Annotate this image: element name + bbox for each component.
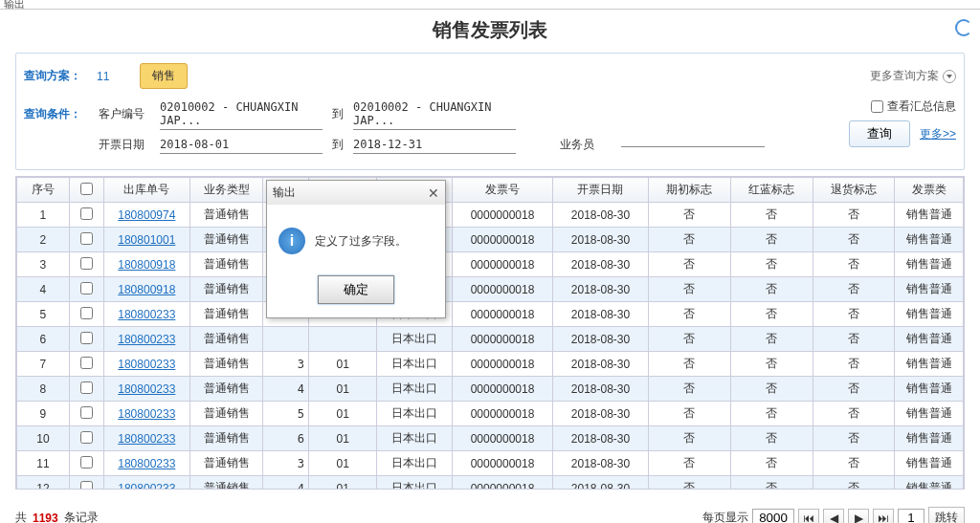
more-scheme-link[interactable]: 更多查询方案 [870,68,956,84]
table-cell: 否 [730,252,813,277]
table-cell: 01 [308,402,376,426]
table-row[interactable]: 11180800233普通销售301日本出口00000000182018-08-… [17,451,964,476]
table-cell[interactable]: 180800918 [103,252,190,277]
close-icon[interactable]: ✕ [428,185,439,201]
summary-checkbox-wrap[interactable]: 查看汇总信息 [871,98,956,115]
table-cell: 否 [813,377,895,402]
table-cell[interactable]: 180800918 [103,277,190,302]
grid-header-cell[interactable]: 序号 [17,178,70,203]
row-checkbox[interactable] [80,332,93,344]
table-cell: 销售普通 [895,203,964,228]
table-cell[interactable] [69,426,103,451]
table-cell[interactable] [69,302,103,327]
row-checkbox[interactable] [80,481,93,490]
grid-header-cell[interactable]: 发票号 [453,178,553,203]
row-checkbox[interactable] [80,456,93,469]
table-cell: 销售普通 [895,352,964,377]
table-cell: 0000000018 [453,302,553,327]
table-cell: 4 [17,277,70,302]
table-cell[interactable] [69,327,103,352]
ok-button[interactable]: 确定 [318,275,394,304]
grid-header-cell[interactable]: 退货标志 [813,178,895,203]
table-row[interactable]: 3180800918普通销售日本出口00000000182018-08-30否否… [17,252,964,277]
table-cell[interactable] [69,451,103,476]
more-link[interactable]: 更多>> [920,126,956,142]
table-cell[interactable]: 180800233 [103,302,190,327]
search-button[interactable]: 查询 [849,120,910,147]
goto-page-input[interactable] [898,509,924,523]
customer-to-input[interactable]: 02010002 - CHUANGXIN JAP... [353,98,516,130]
table-cell[interactable] [69,352,103,377]
table-cell[interactable]: 180800233 [103,352,190,377]
table-row[interactable]: 4180800918普通销售日本出口00000000182018-08-30否否… [17,277,964,302]
table-row[interactable]: 6180800233普通销售日本出口00000000182018-08-30否否… [17,327,964,352]
date-to-input[interactable]: 2018-12-31 [353,136,516,154]
table-cell[interactable]: 180800233 [103,451,190,476]
select-all-checkbox[interactable] [80,183,93,195]
nav-next-button[interactable]: ▶ [848,509,869,524]
row-checkbox[interactable] [80,406,93,419]
table-cell: 0000000018 [453,252,553,277]
table-cell: 销售普通 [895,228,964,252]
per-page-input[interactable] [752,509,794,523]
table-cell[interactable] [69,203,103,228]
table-cell[interactable]: 180801001 [103,228,190,252]
table-row[interactable]: 9180800233普通销售501日本出口00000000182018-08-3… [17,402,964,426]
table-cell[interactable] [69,476,103,490]
table-cell[interactable] [69,377,103,402]
table-cell: 普通销售 [190,228,263,252]
sales-input[interactable] [621,142,765,147]
grid-header-cell[interactable]: 红蓝标志 [730,178,813,203]
grid-header-cell[interactable]: 开票日期 [552,178,648,203]
date-from-input[interactable]: 2018-08-01 [160,136,323,154]
refresh-icon[interactable] [955,19,972,36]
row-checkbox[interactable] [80,381,93,394]
table-cell[interactable]: 180800233 [103,402,190,426]
table-cell: 否 [730,426,813,451]
row-checkbox[interactable] [80,307,93,319]
table-row[interactable]: 1180800974普通销售日本出口00000000182018-08-30否否… [17,203,964,228]
nav-last-button[interactable]: ⏭ [873,509,894,524]
row-checkbox[interactable] [80,257,93,270]
jump-button[interactable]: 跳转 [928,507,965,523]
table-cell[interactable]: 180800233 [103,426,190,451]
table-cell[interactable]: 180800233 [103,327,190,352]
table-row[interactable]: 2180801001普通销售日本出口00000000182018-08-30否否… [17,228,964,252]
grid-header-cell[interactable]: 业务类型 [190,178,263,203]
table-cell: 日本出口 [377,402,453,426]
table-cell[interactable] [69,402,103,426]
table-cell[interactable] [69,277,103,302]
table-row[interactable]: 5180800233普通销售日本出口00000000182018-08-30否否… [17,302,964,327]
grid-header-cell[interactable]: 期初标志 [649,178,731,203]
row-checkbox[interactable] [80,431,93,444]
nav-first-button[interactable]: ⏮ [798,509,819,524]
grid-header-cell[interactable] [69,178,103,203]
data-grid[interactable]: 序号出库单号业务类型销售类型发票号开票日期期初标志红蓝标志退货标志发票类 118… [15,176,965,490]
grid-header-cell[interactable]: 发票类 [895,178,964,203]
toolbar-export-partial: 输出 [4,0,25,10]
table-cell[interactable] [69,228,103,252]
table-cell[interactable]: 180800233 [103,476,190,490]
row-checkbox[interactable] [80,357,93,369]
horizontal-scrollbar[interactable] [15,490,965,505]
table-row[interactable]: 10180800233普通销售601日本出口00000000182018-08-… [17,426,964,451]
table-cell: 普通销售 [190,203,263,228]
summary-checkbox[interactable] [871,100,883,113]
table-row[interactable]: 7180800233普通销售301日本出口00000000182018-08-3… [17,352,964,377]
table-cell: 01 [308,377,376,402]
info-icon: i [278,228,305,254]
table-row[interactable]: 12180800233普通销售401日本出口00000000182018-08-… [17,476,964,490]
query-scheme-badge[interactable]: 销售 [140,63,188,89]
table-cell[interactable]: 180800233 [103,377,190,402]
table-cell[interactable]: 180800974 [103,203,190,228]
table-cell[interactable] [69,252,103,277]
table-cell: 6 [17,327,70,352]
table-cell: 否 [730,203,813,228]
table-row[interactable]: 8180800233普通销售401日本出口00000000182018-08-3… [17,377,964,402]
nav-prev-button[interactable]: ◀ [823,509,844,524]
grid-header-cell[interactable]: 出库单号 [103,178,190,203]
customer-from-input[interactable]: 02010002 - CHUANGXIN JAP... [160,98,323,130]
row-checkbox[interactable] [80,207,93,220]
row-checkbox[interactable] [80,232,93,245]
row-checkbox[interactable] [80,282,93,294]
